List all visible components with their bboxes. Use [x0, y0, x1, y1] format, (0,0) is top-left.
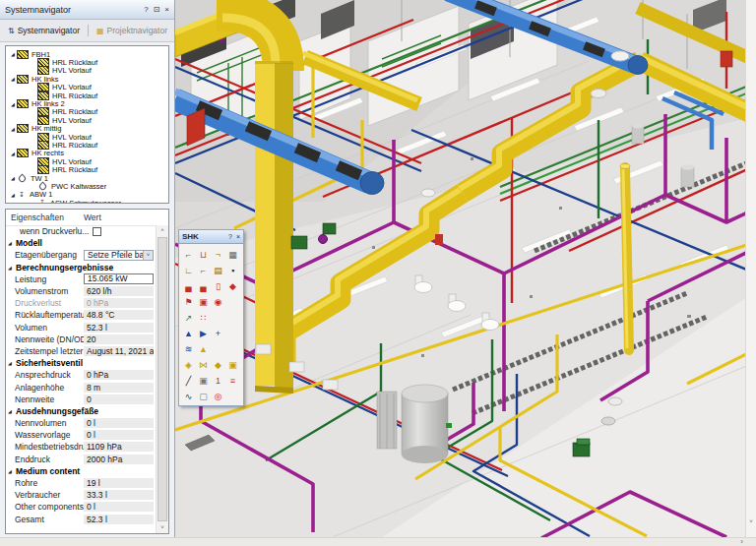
shk-toolbar-row: ▲▶+: [181, 326, 241, 341]
expand-toggle-icon[interactable]: ◢: [6, 360, 16, 366]
property-value[interactable]: 1109 hPa: [84, 442, 154, 452]
property-value[interactable]: 52.3 l: [84, 323, 154, 333]
tree-item[interactable]: ↧ASW Schmutzwasser: [6, 199, 168, 204]
expand-toggle-icon[interactable]: ◢: [9, 192, 17, 198]
tree-item[interactable]: HVL Vorlauf: [6, 67, 168, 75]
radiator-compact-icon[interactable]: ▄: [196, 278, 211, 293]
property-value[interactable]: 0 l: [84, 502, 154, 512]
property-row: EtagenübergangSetze Pfeile basierend der…: [6, 249, 156, 261]
numbering-icon[interactable]: 1: [211, 373, 225, 388]
boiler-icon[interactable]: ▯: [211, 278, 225, 293]
property-value[interactable]: 620 l/h: [84, 286, 154, 296]
shower-icon[interactable]: ▦: [225, 247, 240, 262]
pin-icon[interactable]: ⊡: [154, 5, 160, 14]
property-row: wenn Druckverlu...: [6, 225, 156, 237]
section-label: Modell: [16, 238, 42, 248]
scroll-right-icon[interactable]: ›: [740, 537, 743, 546]
property-value[interactable]: 19 l: [84, 478, 154, 488]
radiator-icon[interactable]: ▄: [181, 278, 196, 293]
cistern-icon[interactable]: ▤: [211, 263, 225, 277]
washbasin-icon[interactable]: ⌐: [181, 247, 196, 262]
expand-toggle-icon[interactable]: ◢: [9, 51, 17, 57]
expand-toggle-icon[interactable]: ◢: [9, 126, 17, 132]
inspection-icon[interactable]: ◎: [211, 389, 225, 403]
dropdown-arrow-icon[interactable]: ˅: [143, 251, 153, 260]
shk-toolbar: SHK ? × ⌐⊔¬▦∟⌐▤▪▄▄▯◆⚑▣◉↗∷▲▶+≋▲◈⋈◆▣╱▣1≡∿▢…: [178, 229, 244, 406]
measure-icon[interactable]: ╱: [181, 373, 196, 388]
viewport-vertical-scrollbar[interactable]: ˅: [745, 0, 756, 537]
expand-toggle-icon[interactable]: ◢: [6, 265, 16, 271]
tree-item[interactable]: HRL Rücklauf: [6, 91, 168, 99]
shk-titlebar[interactable]: SHK ? ×: [179, 230, 243, 244]
urinal-icon[interactable]: ⌐: [196, 263, 211, 277]
wc-icon[interactable]: ∟: [181, 263, 196, 277]
box-icon[interactable]: ▢: [196, 389, 211, 403]
property-value[interactable]: 2000 hPa: [84, 455, 154, 464]
hydrant-icon[interactable]: ▲: [181, 326, 196, 340]
fitting-cross-icon[interactable]: +: [211, 326, 225, 340]
property-value[interactable]: August 11, 2021 at 8:29 PM: [84, 346, 154, 356]
dimension-icon[interactable]: ≡: [225, 373, 240, 388]
tab-projektnavigator[interactable]: ▦Projektnavigator: [93, 24, 171, 37]
gate-valve-icon[interactable]: ⋈: [196, 357, 211, 372]
close-button[interactable]: ×: [164, 5, 169, 14]
expand-toggle-icon[interactable]: ◢: [9, 76, 17, 82]
radiator-icon: [17, 124, 29, 133]
radiator-icon: [17, 99, 29, 108]
manifold-icon[interactable]: ▣: [196, 294, 211, 309]
scroll-down-icon[interactable]: ˅: [157, 522, 168, 533]
valve-icon[interactable]: ◈: [181, 357, 196, 372]
tab-systemnavigator[interactable]: ⇅Systemnavigator: [4, 24, 84, 37]
expand-toggle-icon[interactable]: ◢: [9, 151, 17, 156]
scrollbar-thumb[interactable]: [158, 237, 167, 521]
waste-connection-icon[interactable]: ≋: [181, 341, 196, 356]
property-value[interactable]: 20: [84, 334, 154, 344]
property-row: Verbraucher33.3 l: [6, 489, 156, 501]
copy-icon[interactable]: ▣: [196, 373, 211, 388]
shk-help-button[interactable]: ?: [228, 233, 232, 240]
expand-toggle-icon[interactable]: ◢: [6, 468, 16, 474]
property-value[interactable]: 0: [84, 394, 154, 404]
expand-toggle-icon[interactable]: ◢: [9, 175, 17, 181]
property-value[interactable]: 33.3 l: [84, 490, 154, 500]
property-value[interactable]: 48.8 °C: [84, 310, 154, 320]
property-row: Nennweite0: [6, 394, 156, 405]
check-valve-icon[interactable]: ◆: [211, 357, 225, 372]
heater-icon[interactable]: ◆: [225, 278, 240, 293]
property-value[interactable]: 8 m: [84, 383, 154, 393]
flag-icon[interactable]: ⚑: [181, 294, 196, 309]
property-value[interactable]: 0 l: [84, 430, 154, 440]
panel-titlebar[interactable]: Systemnavigator ? ⊡ ×: [0, 0, 174, 20]
pump-icon[interactable]: ◉: [211, 294, 225, 309]
slope-icon[interactable]: ▲: [196, 341, 211, 356]
property-value[interactable]: 15.065 kW: [84, 273, 154, 284]
analysis-icon[interactable]: ∿: [181, 389, 196, 403]
safety-valve-icon[interactable]: ▣: [225, 357, 240, 372]
drain-fitting-icon[interactable]: ▪: [225, 263, 240, 277]
help-button[interactable]: ?: [144, 5, 148, 14]
property-value[interactable]: 0 hPa: [84, 298, 154, 308]
property-label: Other components: [6, 502, 84, 512]
connection-icon[interactable]: ∷: [196, 310, 211, 325]
property-dropdown[interactable]: Setze Pfeile basierend der F˅: [84, 250, 154, 261]
flow-arrow-icon[interactable]: ↗: [181, 310, 196, 325]
tree-item[interactable]: HVL Vorlauf: [6, 116, 168, 124]
3d-viewport[interactable]: ˅: [175, 0, 756, 537]
property-label: Leistung: [6, 274, 84, 284]
shk-close-button[interactable]: ×: [236, 233, 240, 240]
scroll-down-icon[interactable]: ˅: [746, 516, 756, 527]
flow-direction-icon[interactable]: ▶: [196, 326, 211, 340]
scroll-up-icon[interactable]: ˄: [157, 225, 168, 236]
sink-icon[interactable]: ¬: [211, 247, 225, 262]
expand-toggle-icon[interactable]: ◢: [6, 408, 16, 414]
checkbox[interactable]: [93, 227, 101, 236]
properties-scrollbar[interactable]: ˄ ˅: [156, 225, 168, 533]
property-value[interactable]: 0 hPa: [84, 370, 154, 380]
property-value[interactable]: 52.3 l: [84, 515, 154, 524]
bathtub-icon[interactable]: ⊔: [196, 247, 211, 262]
property-value[interactable]: 0 l: [84, 418, 154, 428]
horizontal-scrollbar[interactable]: ›: [0, 537, 756, 546]
expand-toggle-icon[interactable]: ◢: [9, 101, 17, 107]
tree-item[interactable]: HRL Rücklauf: [6, 141, 168, 149]
expand-toggle-icon[interactable]: ◢: [6, 240, 16, 246]
